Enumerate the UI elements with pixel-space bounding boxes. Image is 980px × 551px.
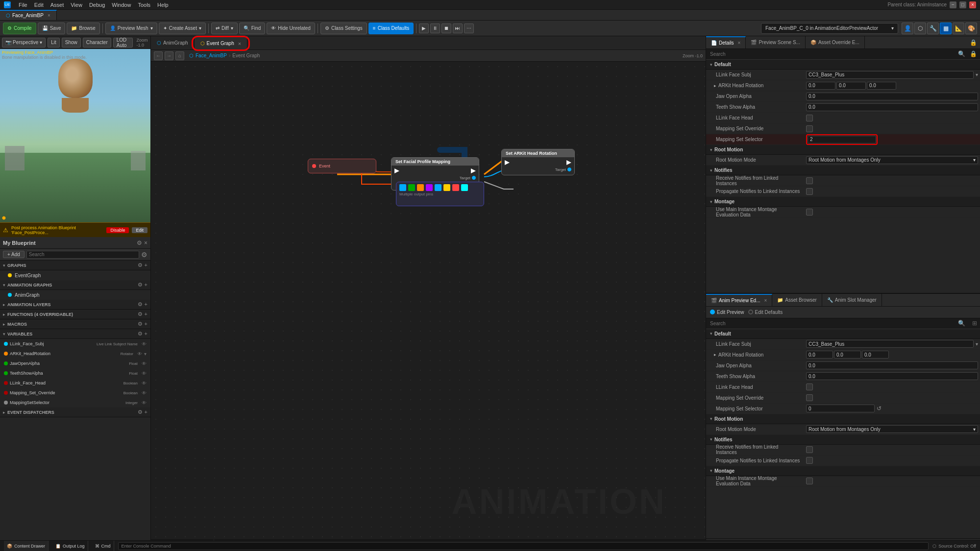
var-eye-3[interactable]: 👁	[142, 361, 147, 366]
window-maximize[interactable]: □	[959, 1, 966, 8]
menu-file[interactable]: File	[16, 2, 30, 8]
anim-search-input[interactable]	[706, 318, 980, 329]
graph-nav-back[interactable]: ←	[154, 51, 163, 60]
notifies-header[interactable]: ▾ Notifies	[706, 166, 980, 175]
character-btn[interactable]: Character	[83, 38, 111, 48]
anim-graphs-section-header[interactable]: ▾ ANIMATION GRAPHS ⚙ +	[0, 280, 150, 290]
asset-tab[interactable]: ⬡ Face_AnimBP ×	[0, 10, 57, 20]
receive-notifies-checkbox[interactable]	[806, 177, 813, 184]
anim-receive-checkbox[interactable]	[806, 446, 813, 453]
lod-btn[interactable]: LOD Auto	[113, 38, 133, 48]
list-item[interactable]: JawOpenAlpha Float 👁	[0, 359, 150, 368]
arkit-expand[interactable]: ▸	[714, 83, 716, 88]
event-graph-item[interactable]: EventGraph	[0, 270, 150, 280]
details-lock-icon[interactable]: 🔒	[970, 39, 977, 46]
preview-actor-dropdown[interactable]: Face_AnimBP_C_0 in AnimationEditorPrevie…	[761, 23, 898, 34]
tab-animgraph[interactable]: ⬡ AnimGraph	[151, 36, 195, 49]
dropdown-arrow-subj[interactable]: ▾	[976, 72, 978, 77]
blueprint-settings-2[interactable]: ⚙	[141, 251, 147, 259]
anim-mapping-reset[interactable]: ↺	[877, 405, 882, 412]
arkit-z[interactable]	[867, 82, 896, 90]
var-eye-2[interactable]: 👁	[137, 351, 142, 357]
blueprint-search[interactable]	[26, 251, 139, 259]
find-button[interactable]: 🔍 Find	[239, 23, 265, 34]
preview-mesh-button[interactable]: 👤 Preview Mesh ▾	[105, 23, 157, 34]
node-left-group[interactable]: Event	[308, 159, 376, 173]
anim-default-header[interactable]: ▾ Default	[706, 329, 980, 339]
anim-layers-settings[interactable]: ⚙	[138, 301, 143, 308]
dispatchers-settings[interactable]: ⚙	[138, 409, 143, 415]
content-drawer-btn[interactable]: 📦 Content Drawer	[4, 541, 49, 551]
macros-header[interactable]: ▸ MACROS ⚙ +	[0, 319, 150, 329]
anim-prev-close[interactable]: ×	[764, 298, 767, 303]
compile-button[interactable]: ⚙ Compile	[3, 23, 36, 34]
dispatchers-add[interactable]: +	[145, 409, 147, 415]
event-graph-close[interactable]: ×	[238, 41, 241, 47]
node-bottom-group[interactable]: Multiple output pins	[396, 182, 484, 206]
anim-use-montage-checkbox[interactable]	[806, 478, 813, 484]
exec-pin-out[interactable]	[471, 168, 476, 173]
breadcrumb-root[interactable]: Face_AnimBP	[196, 53, 227, 58]
anim-layers-header[interactable]: ▸ ANIMATION LAYERS ⚙ +	[0, 300, 150, 310]
blueprint-close[interactable]: ×	[144, 240, 147, 246]
asset-override-tab[interactable]: 📦 Asset Override E...	[806, 36, 865, 48]
tab-eventgraph[interactable]: ⬡ Event Graph ×	[195, 36, 248, 49]
radio-edit-preview[interactable]: Edit Preview	[710, 310, 744, 315]
more-button[interactable]: ⋯	[464, 24, 474, 33]
anim-llink-input[interactable]	[806, 340, 974, 348]
menu-help[interactable]: Help	[154, 2, 172, 8]
details-search-input[interactable]	[706, 49, 980, 60]
list-item[interactable]: ARKit_HeadRotation Rotator 👁 ▾	[0, 349, 150, 359]
teeth-show-alpha-input[interactable]	[806, 103, 978, 111]
lit-btn[interactable]: Lit	[48, 38, 60, 48]
var-eye-6[interactable]: 👁	[142, 390, 147, 396]
source-control-status[interactable]: ⬡ Source Control: Off	[932, 544, 976, 549]
arkit-x[interactable]	[806, 82, 835, 90]
lock-icon-details[interactable]: 🔒	[970, 50, 977, 57]
list-item[interactable]: LLink_Face_Subj Live Link Subject Name 👁	[0, 339, 150, 349]
toolbar-icon-5[interactable]: 📐	[953, 23, 964, 34]
anim-mapping-sel-input[interactable]	[806, 405, 875, 412]
anim-propagate-checkbox[interactable]	[806, 457, 813, 464]
mapping-override-checkbox[interactable]	[806, 125, 813, 132]
menu-window[interactable]: Window	[109, 2, 134, 8]
anim-graph-item[interactable]: AnimGraph	[0, 290, 150, 300]
show-btn[interactable]: Show	[62, 38, 81, 48]
anim-root-motion-header[interactable]: ▾ Root Motion	[706, 414, 980, 424]
root-motion-header[interactable]: ▾ Root Motion	[706, 145, 980, 155]
toolbar-icon-2[interactable]: ⬡	[914, 23, 926, 34]
propagate-notifies-checkbox[interactable]	[806, 188, 813, 195]
target-pin-arkit[interactable]	[567, 168, 571, 171]
menu-debug[interactable]: Debug	[86, 2, 108, 8]
perspective-btn[interactable]: 📷 Perspective ▾	[2, 38, 46, 48]
target-pin[interactable]	[472, 176, 476, 180]
class-settings-button[interactable]: ⚙ Class Settings	[320, 23, 367, 34]
save-button[interactable]: 💾 Save	[38, 23, 66, 34]
create-asset-button[interactable]: ✦ Create Asset ▾	[159, 23, 206, 34]
toolbar-icon-4[interactable]: ▦	[940, 23, 952, 34]
montage-header[interactable]: ▾ Montage	[706, 197, 980, 207]
menu-asset[interactable]: Asset	[48, 2, 67, 8]
graphs-add[interactable]: +	[145, 262, 147, 268]
anim-arkit-z[interactable]	[862, 351, 889, 359]
browse-button[interactable]: 📁 Browse	[67, 23, 99, 34]
toolbar-icon-6[interactable]: 🎨	[965, 23, 977, 34]
window-close[interactable]: ×	[969, 1, 976, 8]
anim-arkit-y[interactable]	[834, 351, 861, 359]
variables-settings[interactable]: ⚙	[138, 331, 143, 337]
var-eye-5[interactable]: 👁	[142, 381, 147, 386]
var-eye-7[interactable]: 👁	[142, 400, 147, 406]
disable-button[interactable]: Disable	[106, 227, 129, 233]
asset-browser-tab[interactable]: 📁 Asset Browser	[772, 294, 822, 306]
anim-graphs-add[interactable]: +	[145, 282, 147, 288]
menu-edit[interactable]: Edit	[31, 2, 47, 8]
blueprint-settings[interactable]: ⚙	[137, 240, 142, 246]
anim-graphs-settings[interactable]: ⚙	[138, 282, 143, 288]
cmd-btn[interactable]: ⌘ Cmd	[92, 541, 114, 551]
diff-button[interactable]: ⇄ Diff ▾	[211, 23, 238, 34]
anim-notifies-header[interactable]: ▾ Notifies	[706, 435, 980, 445]
functions-add[interactable]: +	[145, 311, 147, 317]
default-section-header[interactable]: ▾ Default	[706, 60, 980, 70]
llink-face-head-checkbox[interactable]	[806, 115, 813, 121]
pause-button[interactable]: ⏸	[430, 24, 440, 33]
